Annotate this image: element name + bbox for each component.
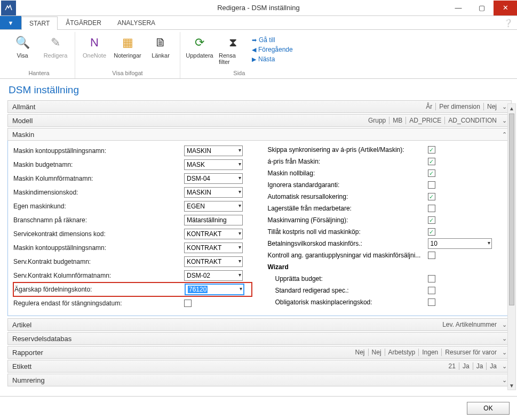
field-row: Maskindimensionskod:MASKIN▾ [13, 185, 252, 199]
combo-input[interactable]: 76120▾ [185, 284, 244, 295]
field-value: EGEN [187, 203, 205, 210]
fasttab-artikel[interactable]: Artikel Lev. Artikelnummer ⌄ [7, 318, 512, 331]
field-row: Maskinvarning (Försäljning):✓ [268, 214, 506, 226]
scroll-thumb[interactable] [509, 114, 514, 305]
tab-start[interactable]: START [21, 17, 58, 30]
combo-input[interactable]: KONTRAKT▾ [184, 229, 243, 239]
fasttab-numrering[interactable]: Numrering ⌄ [7, 374, 512, 386]
fasttab-rapporter[interactable]: Rapporter NejNejArbetstypIngenResurser f… [7, 346, 512, 359]
checkbox[interactable] [428, 181, 435, 189]
checkbox[interactable] [428, 252, 435, 259]
checkbox[interactable] [428, 298, 435, 306]
field-value: MASK [187, 161, 205, 168]
combo-input[interactable]: EGEN▾ [184, 201, 243, 212]
chevron-down-icon: ⌄ [502, 321, 507, 328]
field-row: Maskin budgetnamn:MASK▾ [13, 158, 252, 172]
field-value: Mätarställning [187, 216, 227, 224]
onenote-button[interactable]: NOneNote [81, 34, 108, 59]
tab-actions[interactable]: ÅTGÄRDER [58, 16, 109, 29]
view-button[interactable]: 🔍Visa [9, 34, 36, 59]
help-icon[interactable]: ❔ [504, 19, 513, 27]
field-label: Upprätta budget: [268, 275, 428, 282]
combo-input[interactable]: DSM-02▾ [184, 270, 243, 281]
chevron-down-icon: ⌄ [502, 117, 507, 124]
chevron-down-icon: ▾ [238, 203, 241, 208]
field-row: Lagerställe från medarbetare: [268, 203, 506, 214]
ribbon: 🔍Visa ✎Redigera Hantera NOneNote ▦Noteri… [0, 30, 517, 79]
field-label: Skippa synkronisering av á-pris (Artikel… [268, 146, 428, 154]
prev-link[interactable]: ◀Föregående [252, 46, 293, 53]
vertical-scrollbar[interactable]: ▲ ▼ [507, 103, 516, 390]
notes-icon: ▦ [119, 34, 136, 51]
field-label: Maskin Kolumnförmatnamn: [13, 175, 184, 182]
fasttab-maskin[interactable]: Maskin ⌃ [7, 128, 512, 141]
field-value: 10 [431, 240, 438, 247]
field-label: Maskin nollbilag: [268, 169, 428, 177]
scroll-up-icon[interactable]: ▲ [508, 104, 515, 112]
checkbox[interactable]: ✓ [428, 146, 435, 154]
edit-button[interactable]: ✎Redigera [42, 34, 69, 59]
fasttab-allmant[interactable]: Allmänt ÅrPer dimensionNej ⌄ [7, 100, 512, 113]
combo-input[interactable]: MASKIN▾ [184, 187, 243, 198]
checkbox[interactable]: ✓ [428, 216, 435, 224]
field-label: Regulera endast för stängningsdatum: [13, 300, 184, 307]
field-label: Maskin kontouppställningsnamn: [13, 244, 184, 252]
fasttab-etikett[interactable]: Etikett 21JaJaJa ⌄ [7, 360, 512, 373]
links-button[interactable]: 🗎Länkar [147, 34, 174, 59]
maximize-button[interactable]: ▢ [470, 1, 494, 15]
fasttab-reserv[interactable]: Reservdelsdatabas ⌄ [7, 332, 512, 345]
close-button[interactable]: ✕ [494, 1, 517, 15]
combo-input[interactable]: 10▾ [428, 238, 492, 249]
minimize-button[interactable]: — [447, 1, 470, 15]
checkbox[interactable] [184, 300, 192, 307]
text-input[interactable]: Mätarställning [184, 215, 243, 225]
checkbox[interactable]: ✓ [428, 228, 435, 236]
checkbox[interactable]: ✓ [428, 158, 435, 165]
field-label: Betalningsvilkorskod maskinförs.: [268, 240, 428, 247]
field-value: KONTRAKT [187, 244, 221, 252]
field-label: Lagerställe från medarbetare: [268, 205, 428, 212]
arrow-right-icon: ▶ [252, 56, 256, 63]
filter-clear-icon: ⧗ [224, 34, 241, 51]
page-title: DSM inställning [0, 80, 517, 98]
checkbox[interactable]: ✓ [428, 193, 435, 200]
checkbox[interactable] [428, 205, 435, 212]
field-row: Ägarskap fördelningskonto:76120▾ [13, 282, 252, 296]
group-label-sida: Sida [186, 69, 293, 78]
fasttabs-container: Allmänt ÅrPer dimensionNej ⌄ Modell Grup… [0, 98, 517, 396]
file-tab[interactable]: ▼ [0, 16, 21, 29]
chevron-down-icon: ▾ [238, 272, 241, 278]
fasttab-maskin-body: Maskin kontouppställningsnamn:MASKIN▾Mas… [7, 140, 512, 316]
ok-button[interactable]: OK [467, 402, 510, 415]
combo-input[interactable]: MASKIN▾ [184, 146, 243, 156]
goto-link[interactable]: ➡Gå till [252, 36, 293, 44]
field-row: Branschnamn på räknare:Mätarställning [13, 213, 252, 227]
field-row: Maskin Kolumnförmatnamn:DSM-04▾ [13, 172, 252, 185]
chevron-down-icon: ▾ [238, 230, 241, 236]
field-value: DSM-04 [187, 175, 210, 182]
field-row: á-pris från Maskin:✓ [268, 156, 506, 167]
field-row: Maskin kontouppställningsnamn:KONTRAKT▾ [13, 241, 252, 255]
field-label: Serv.Kontrakt Kolumnförmatnamn: [13, 272, 184, 279]
notes-button[interactable]: ▦Noteringar [114, 34, 141, 59]
field-row: Egen maskinkund:EGEN▾ [13, 199, 252, 213]
arrow-left-icon: ◀ [252, 46, 256, 53]
clear-filter-button[interactable]: ⧗Rensa filter [219, 34, 246, 65]
refresh-icon: ⟳ [191, 34, 208, 51]
scroll-down-icon[interactable]: ▼ [508, 381, 515, 390]
tab-analyze[interactable]: ANALYSERA [109, 16, 163, 29]
combo-input[interactable]: DSM-04▾ [184, 173, 243, 184]
refresh-button[interactable]: ⟳Uppdatera [186, 34, 213, 59]
fasttab-modell[interactable]: Modell GruppMBAD_PRICEAD_CONDITION ⌄ [7, 114, 512, 127]
chevron-up-icon: ⌃ [502, 131, 507, 138]
checkbox[interactable]: ✓ [428, 169, 435, 177]
field-row: Tillåt kostpris noll vid maskinköp:✓ [268, 226, 506, 238]
combo-input[interactable]: MASK▾ [184, 159, 243, 170]
next-link[interactable]: ▶Nästa [252, 55, 293, 63]
checkbox[interactable] [428, 275, 435, 282]
field-row: Serv.Kontrakt budgetnamn:KONTRAKT▾ [13, 255, 252, 269]
combo-input[interactable]: KONTRAKT▾ [184, 256, 243, 267]
checkbox[interactable] [428, 287, 435, 294]
field-row: Skippa synkronisering av á-pris (Artikel… [268, 144, 506, 156]
combo-input[interactable]: KONTRAKT▾ [184, 243, 243, 253]
